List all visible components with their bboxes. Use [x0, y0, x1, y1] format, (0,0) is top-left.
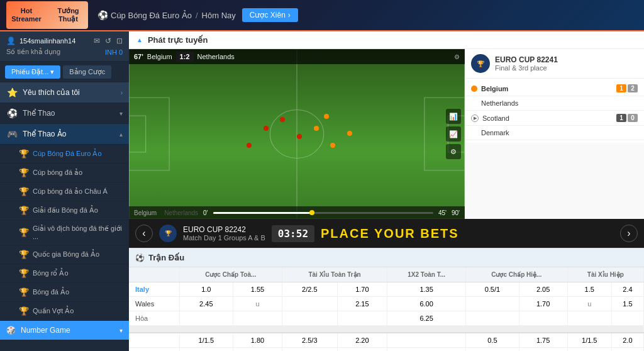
settings2-icon[interactable]: ⚙ — [446, 144, 461, 159]
score-badge-scotland2: 0 — [628, 114, 638, 122]
play-icon[interactable]: ▶ — [471, 114, 479, 122]
collapse-icon[interactable]: ▲ — [136, 36, 143, 43]
team-name-belgium: Belgium — [481, 85, 616, 92]
bang-cuoc-button[interactable]: Bảng Cược — [63, 65, 111, 79]
odds-cell[interactable]: 1.70 — [519, 297, 567, 311]
col-cuoc-chap: Cược Chấp Toà... — [179, 267, 282, 282]
table-header-row: Cược Chấp Toà... Tài Xỉu Toàn Trận 1X2 T… — [129, 267, 644, 282]
sidebar-item-yeuthich[interactable]: ⭐ Yêu thích của tôi › — [0, 82, 129, 103]
match-info: EURO CUP 82242 Match Day 1 Groups A & B — [183, 225, 265, 242]
video-controls: 📊 📈 ⚙ — [446, 109, 461, 159]
refresh-icon[interactable]: ↺ — [105, 36, 111, 45]
odds-cell[interactable]: 2.15 — [337, 297, 387, 311]
odds-cell[interactable] — [466, 297, 519, 311]
odds-cell[interactable]: 6.00 — [387, 297, 466, 311]
odds-cell[interactable]: u — [233, 348, 282, 352]
sidebar-item-thethao[interactable]: ⚽ Thể Thao ▾ — [0, 103, 129, 124]
team-cell-hoa: Hòa — [129, 311, 179, 326]
odds-cell[interactable]: 1.70 — [337, 282, 387, 297]
sidebar-item-quocgia[interactable]: 🏆 Quốc gia Bóng đá Ảo — [0, 245, 129, 264]
odds-cell[interactable]: 0.5 — [466, 333, 519, 348]
odds-cell[interactable]: 1/1.5 — [179, 333, 233, 348]
odds-cell[interactable]: 1.55 — [233, 282, 282, 297]
score-badge: 1 — [616, 84, 626, 92]
odds-cell[interactable] — [282, 348, 337, 352]
live-header: ▲ Phát trực tuyến — [129, 31, 644, 49]
user-icon: 👤 — [6, 36, 16, 45]
odds-cell[interactable]: 2.4 — [611, 282, 643, 297]
sidebar-item-label: Thể Thao — [23, 109, 55, 118]
odds-cell[interactable]: 2.00 — [519, 348, 567, 352]
stats-icon[interactable]: 📈 — [446, 126, 461, 142]
col-tai-xiu: Tài Xỉu Toàn Trận — [282, 267, 387, 282]
content-area: ▲ Phát trực tuyến — [129, 31, 644, 351]
odds-cell[interactable]: 1.80 — [233, 333, 282, 348]
team-cell-empty — [129, 333, 179, 348]
sidebar-item-bongdaao[interactable]: 🏆 Bóng đá Ảo — [0, 283, 129, 302]
video-player[interactable]: 67' Belgium 1:2 Netherlands ⚙ 📊 📈 — [129, 49, 465, 219]
odds-cell[interactable]: 2/2.5 — [282, 282, 337, 297]
team-cell-italy: Italy — [129, 282, 179, 297]
odds-cell[interactable]: 2.0 — [611, 333, 643, 348]
sidebar-item-cupbongdaeuro[interactable]: 🏆 Cúp Bóng Đá Euro Ảo — [0, 145, 129, 164]
odds-table: Cược Chấp Toà... Tài Xỉu Toàn Trận 1X2 T… — [129, 267, 644, 351]
phieu-dat-button[interactable]: Phiếu Đặt... ▾ — [5, 65, 60, 79]
cuoc-xien-button[interactable]: Cược Xiên › — [242, 8, 298, 22]
player-dot — [264, 126, 269, 131]
table-row: Italy 1.0 1.55 2/2.5 1.70 1.35 0.5/1 2.0… — [129, 282, 644, 297]
live-header-title: Phát trực tuyến — [148, 35, 208, 45]
odds-cell[interactable] — [387, 333, 466, 348]
sidebar-item-thethaoao[interactable]: 🎮 Thể Thao Ảo ▴ — [0, 124, 129, 145]
arrow-right-icon: › — [121, 89, 123, 96]
main-layout: 👤 154smailinhanh14 ✉ ↺ ⊡ Số tiền khả dụn… — [0, 31, 644, 351]
progress-track[interactable] — [213, 212, 433, 214]
odds-cell[interactable]: 6.25 — [387, 311, 466, 326]
team-italy[interactable]: Italy — [135, 286, 149, 293]
odds-cell[interactable]: 1.0 — [179, 282, 233, 297]
star-icon: ⭐ — [6, 87, 18, 98]
player-dot — [330, 143, 335, 148]
odds-cell[interactable]: 1.35 — [387, 282, 466, 297]
odds-cell[interactable]: 2.00 — [179, 348, 233, 352]
place-bets-label: PLACE YOUR BETS — [321, 226, 459, 241]
chart-icon[interactable]: 📊 — [446, 109, 461, 124]
prev-button[interactable]: ‹ — [135, 225, 153, 242]
table-row: Hòa 6.25 — [129, 311, 644, 326]
sidebar-item-giaivodich[interactable]: 🏆 Giải vô địch bóng đá thế giới ... — [0, 220, 129, 245]
odds-cell[interactable]: 1.65 — [337, 348, 387, 352]
odds-cell[interactable]: 0.5/1 — [466, 282, 519, 297]
odds-cell[interactable]: u — [233, 297, 282, 311]
odds-cell[interactable] — [282, 297, 337, 311]
odds-cell[interactable] — [466, 348, 519, 352]
svg-rect-5 — [129, 116, 146, 152]
odds-cell[interactable]: u — [567, 348, 611, 352]
odds-cell[interactable]: 2.5/3 — [282, 333, 337, 348]
odds-cell[interactable] — [387, 348, 466, 352]
team1-label: Belgium — [134, 209, 157, 216]
odds-cell[interactable]: 2.20 — [337, 333, 387, 348]
sub-icon: 🏆 — [19, 149, 29, 159]
next-button[interactable]: › — [620, 225, 638, 242]
message-icon[interactable]: ✉ — [94, 36, 100, 45]
odds-cell[interactable]: 1.5 — [611, 297, 643, 311]
sidebar-item-numbergame[interactable]: 🎲 Number Game ▾ — [0, 321, 129, 340]
odds-cell[interactable]: 1.5 — [567, 282, 611, 297]
team-cell-empty2 — [129, 348, 179, 352]
sub-icon: 🏆 — [19, 168, 29, 177]
match-score-row-scotland: ▶ Scotland 1 0 — [465, 111, 644, 126]
settings-icon[interactable]: ⚙ — [454, 53, 460, 60]
more-icon[interactable]: ⊡ — [116, 36, 123, 45]
sidebar-item-quanvoptao[interactable]: 🏆 Quần Vợt Ảo — [0, 302, 129, 321]
odds-cell[interactable]: 1/1.5 — [567, 333, 611, 348]
sidebar-item-giaidaubongda[interactable]: 🏆 Giải đấu Bóng đá Ảo — [0, 201, 129, 220]
odds-cell[interactable]: 1.75 — [519, 333, 567, 348]
odds-cell[interactable]: 2.45 — [179, 297, 233, 311]
balance-row: Số tiền khả dụng INH 0 — [6, 48, 123, 56]
sidebar-item-cupbongdaao[interactable]: 🏆 Cúp bóng đá ảo — [0, 164, 129, 182]
side-panel: 🏆 EURO CUP 82241 Final & 3rd place Belgi… — [465, 49, 644, 219]
odds-cell[interactable]: u — [567, 297, 611, 311]
sidebar-item-cupbongdaaochaua[interactable]: 🏆 Cúp bóng đá ảo Châu Á — [0, 182, 129, 201]
odds-cell[interactable]: 2.05 — [519, 282, 567, 297]
sidebar-item-bongroao[interactable]: 🏆 Bóng rổ Ảo — [0, 264, 129, 283]
odds-cell[interactable]: 1.7 — [611, 348, 643, 352]
